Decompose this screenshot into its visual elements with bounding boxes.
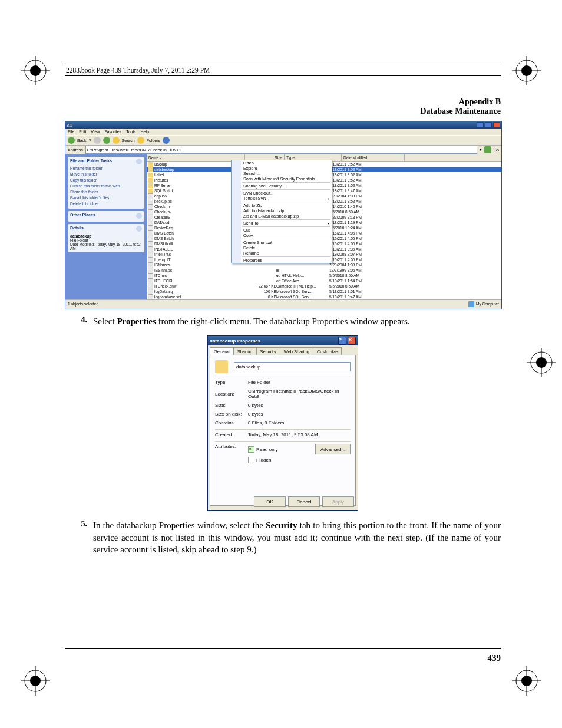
close-button[interactable] (493, 122, 500, 128)
step-number: 4. (65, 315, 87, 327)
tab-general[interactable]: General (210, 347, 234, 355)
ctx-tortoisesvn[interactable]: TortoiseSVN (232, 196, 332, 201)
cancel-button[interactable]: Cancel (288, 496, 320, 507)
folders-icon[interactable] (137, 137, 144, 144)
ctx-create-shortcut[interactable]: Create Shortcut (232, 240, 332, 245)
publish-folder-link[interactable]: Publish this folder to the Web (70, 183, 142, 189)
my-computer-icon (468, 301, 474, 307)
back-icon[interactable] (68, 137, 75, 144)
expand-icon[interactable] (136, 213, 142, 219)
properties-dialog: databackup Properties ? ✕ General Sharin… (207, 335, 358, 511)
dialog-title: databackup Properties (210, 338, 260, 344)
readonly-checkbox[interactable] (248, 446, 254, 453)
ctx-add-zip[interactable]: Add to Zip (232, 203, 332, 208)
move-folder-link[interactable]: Move this folder (70, 172, 142, 177)
step-number: 5. (65, 519, 87, 555)
address-input[interactable] (85, 146, 477, 154)
ok-button[interactable]: OK (254, 496, 286, 507)
details-panel: Details databackup File Folder Date Modi… (68, 224, 144, 252)
share-folder-link[interactable]: Share this folder (70, 189, 142, 195)
ctx-delete[interactable]: Delete (232, 245, 332, 251)
ctx-properties[interactable]: Properties (232, 258, 332, 263)
crop-mark-tl (21, 56, 50, 85)
other-places-panel[interactable]: Other Places (68, 211, 144, 222)
column-date[interactable]: Date Modified (342, 154, 405, 161)
ctx-zip-email[interactable]: Zip and E-Mail databackup.zip (232, 213, 332, 219)
email-files-link[interactable]: E-mail this folder's files (70, 195, 142, 201)
toolbar[interactable]: Back ▾ Search Folders (65, 136, 501, 146)
ctx-cut[interactable]: Cut (232, 228, 332, 233)
crop-mark-right (527, 348, 556, 377)
folder-icon (215, 360, 228, 373)
ctx-search[interactable]: Search... (232, 171, 332, 176)
ctx-add-to[interactable]: Add to databackup.zip (232, 208, 332, 213)
explorer-window: 8.1 FileEditViewFavoritesToolsHelp Back … (65, 121, 502, 309)
ctx-copy[interactable]: Copy (232, 233, 332, 238)
apply-button: Apply (322, 496, 354, 507)
ctx-explore[interactable]: Explore (232, 166, 332, 171)
ctx-open[interactable]: Open (232, 160, 332, 166)
rename-folder-link[interactable]: Rename this folder (70, 166, 142, 172)
maximize-button[interactable] (485, 122, 492, 128)
search-icon[interactable] (113, 137, 120, 144)
ctx-send-to[interactable]: Send To (232, 220, 332, 226)
name-field[interactable] (234, 362, 351, 371)
tab-sharing[interactable]: Sharing (233, 347, 257, 355)
page-number: 439 (488, 653, 501, 663)
book-meta: 2283.book Page 439 Thursday, July 7, 201… (65, 65, 501, 75)
copy-folder-link[interactable]: Copy this folder (70, 177, 142, 183)
ctx-rename[interactable]: Rename (232, 251, 332, 256)
crop-mark-tr (512, 56, 541, 85)
ctx-svn-checkout[interactable]: SVN Checkout... (232, 190, 332, 196)
tab-web-sharing[interactable]: Web Sharing (280, 347, 313, 355)
address-label: Address (68, 148, 83, 152)
advanced-button[interactable]: Advanced... (315, 444, 351, 454)
minimize-button[interactable] (477, 122, 484, 128)
hidden-checkbox[interactable] (248, 457, 254, 463)
go-button[interactable] (484, 146, 491, 153)
close-button[interactable]: ✕ (348, 337, 356, 345)
tab-security[interactable]: Security (256, 347, 280, 355)
up-icon[interactable] (103, 137, 110, 144)
delete-folder-link[interactable]: Delete this folder (70, 201, 142, 207)
column-name[interactable]: Name ▲ (147, 154, 245, 161)
menu-bar[interactable]: FileEditViewFavoritesToolsHelp (65, 129, 501, 136)
status-right: My Computer (476, 302, 499, 306)
status-left: 1 objects selected (68, 302, 98, 306)
window-title: 8.1 (67, 123, 72, 127)
forward-icon (94, 137, 101, 144)
ctx-sharing[interactable]: Sharing and Security... (232, 183, 332, 189)
help-button[interactable]: ? (338, 337, 346, 345)
step-text: In the databackup Properties window, sel… (93, 519, 501, 555)
appendix-label: Appendix B (65, 97, 501, 107)
chapter-title: Database Maintenance (65, 107, 501, 116)
step-text: Select Properties from the right-click m… (93, 315, 501, 327)
context-menu[interactable]: Open Explore Search... Scan with Microso… (231, 160, 332, 263)
tab-customize[interactable]: Customize (313, 347, 342, 355)
crop-mark-bl (21, 666, 50, 696)
collapse-icon[interactable] (136, 226, 142, 232)
file-folder-tasks-panel: File and Folder Tasks Rename this folder… (68, 157, 144, 209)
collapse-icon[interactable] (136, 159, 142, 164)
views-icon[interactable] (163, 137, 170, 144)
ctx-scan[interactable]: Scan with Microsoft Security Essentials.… (232, 176, 332, 182)
crop-mark-br (512, 666, 541, 696)
